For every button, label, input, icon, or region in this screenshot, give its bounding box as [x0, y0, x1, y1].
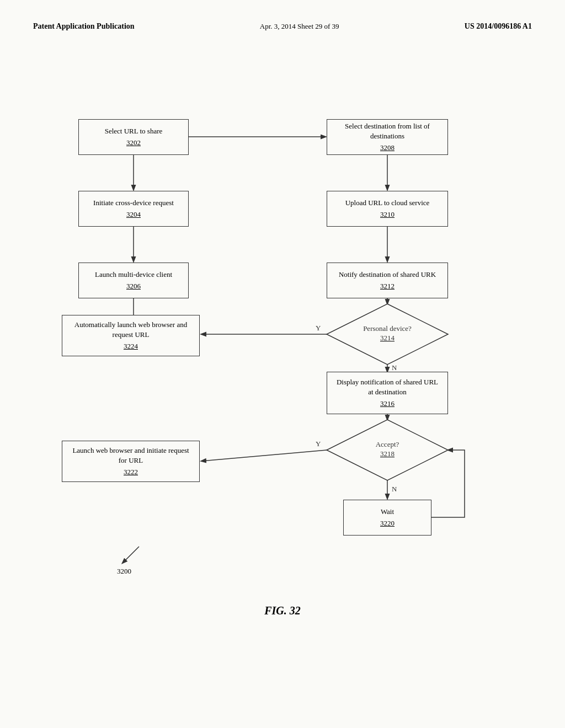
svg-text:N: N — [392, 485, 397, 493]
box-3224-ref: 3224 — [124, 341, 138, 351]
svg-text:3218: 3218 — [380, 449, 395, 458]
box-3222-ref: 3222 — [124, 467, 138, 477]
box-3202-label: Select URL to share — [105, 126, 163, 136]
svg-text:N: N — [392, 363, 397, 372]
header-left: Patent Application Publication — [33, 22, 135, 31]
header-center: Apr. 3, 2014 Sheet 29 of 39 — [260, 22, 339, 31]
svg-text:Y: Y — [316, 440, 321, 448]
svg-text:3214: 3214 — [380, 334, 395, 342]
box-3222-label: Launch web browser and initiate request … — [69, 446, 193, 465]
box-3216-label: Display notification of shared URL at de… — [334, 377, 441, 397]
figure-label: FIG. 32 — [33, 604, 532, 617]
box-3212-label: Notify destination of shared URK — [339, 270, 436, 280]
box-3210-ref: 3210 — [380, 210, 395, 220]
diagram: Y N Y N Personal device? — [45, 64, 520, 588]
box-3204-label: Initiate cross-device request — [93, 198, 174, 208]
svg-text:Personal device?: Personal device? — [363, 324, 412, 333]
svg-line-22 — [122, 547, 139, 563]
box-3220: Wait 3220 — [343, 500, 431, 536]
svg-text:Accept?: Accept? — [376, 440, 399, 448]
svg-line-12 — [201, 450, 327, 461]
box-3202: Select URL to share 3202 — [78, 119, 189, 155]
box-3212-ref: 3212 — [380, 281, 395, 291]
box-3224-label: Automatically launch web browser and req… — [69, 320, 193, 340]
box-3208-ref: 3208 — [380, 143, 395, 153]
box-3220-label: Wait — [381, 507, 394, 517]
box-3224: Automatically launch web browser and req… — [62, 315, 200, 356]
figure-ref-label: 3200 — [117, 544, 150, 576]
box-3202-ref: 3202 — [126, 138, 141, 148]
box-3208: Select destination from list of destinat… — [327, 119, 448, 155]
box-3210-label: Upload URL to cloud service — [345, 198, 430, 208]
box-3216: Display notification of shared URL at de… — [327, 372, 448, 414]
page-header: Patent Application Publication Apr. 3, 2… — [33, 22, 532, 31]
box-3222: Launch web browser and initiate request … — [62, 441, 200, 482]
page: Patent Application Publication Apr. 3, 2… — [0, 0, 565, 728]
box-3204: Initiate cross-device request 3204 — [78, 191, 189, 227]
ref-3200: 3200 — [117, 567, 131, 575]
box-3210: Upload URL to cloud service 3210 — [327, 191, 448, 227]
header-right: US 2014/0096186 A1 — [465, 22, 532, 31]
box-3206-label: Launch multi-device client — [95, 270, 172, 280]
box-3220-ref: 3220 — [380, 518, 395, 528]
box-3206-ref: 3206 — [126, 281, 141, 291]
box-3212: Notify destination of shared URK 3212 — [327, 263, 448, 298]
box-3216-ref: 3216 — [380, 399, 395, 409]
box-3206: Launch multi-device client 3206 — [78, 263, 189, 298]
box-3204-ref: 3204 — [126, 210, 141, 220]
box-3208-label: Select destination from list of destinat… — [334, 121, 441, 141]
svg-text:Y: Y — [316, 324, 321, 332]
